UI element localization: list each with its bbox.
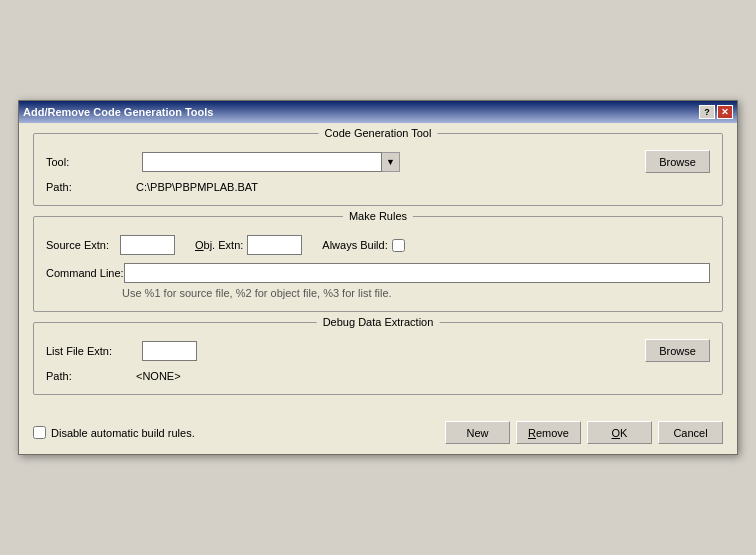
help-button[interactable]: ? [699, 105, 715, 119]
source-group: Source Extn: PBP [46, 235, 175, 255]
new-button[interactable]: New [445, 421, 510, 444]
source-obj-row: Source Extn: PBP Obj. Extn: COF Always B… [46, 235, 710, 255]
main-dialog: Add/Remove Code Generation Tools ? ✕ Cod… [18, 100, 738, 455]
debug-path-value: <NONE> [136, 370, 181, 382]
title-bar-buttons: ? ✕ [699, 105, 733, 119]
code-gen-browse-button[interactable]: Browse [645, 150, 710, 173]
path-value: C:\PBP\PBPMPLAB.BAT [136, 181, 258, 193]
cmd-line-row: Command Line: %1 -ampasmwin -oq -k# [46, 263, 710, 283]
cmd-line-input[interactable]: %1 -ampasmwin -oq -k# [124, 263, 710, 283]
debug-data-section: Debug Data Extraction List File Extn: LS… [33, 322, 723, 395]
title-bar: Add/Remove Code Generation Tools ? ✕ [19, 101, 737, 123]
tool-label: Tool: [46, 156, 136, 168]
dialog-body: Code Generation Tool Tool: PBPMPLAB ▼ Br… [19, 123, 737, 415]
list-file-input[interactable]: LST [142, 341, 197, 361]
obj-extn-label: Obj. Extn: [195, 239, 243, 251]
hint-text: Use %1 for source file, %2 for object fi… [122, 287, 710, 299]
always-build-group: Always Build: [322, 239, 404, 252]
make-rules-title: Make Rules [343, 210, 413, 222]
source-extn-input[interactable]: PBP [120, 235, 175, 255]
close-button[interactable]: ✕ [717, 105, 733, 119]
obj-group: Obj. Extn: COF [195, 235, 302, 255]
make-rules-section: Make Rules Source Extn: PBP Obj. Extn: C… [33, 216, 723, 312]
bottom-row: Disable automatic build rules. New Remov… [19, 415, 737, 454]
tool-select-wrapper: PBPMPLAB ▼ [142, 152, 400, 172]
remove-button[interactable]: Remove [516, 421, 581, 444]
debug-path-row: Path: <NONE> [46, 370, 710, 382]
debug-browse-button[interactable]: Browse [645, 339, 710, 362]
source-extn-label: Source Extn: [46, 239, 116, 251]
code-gen-tool-title: Code Generation Tool [319, 127, 438, 139]
code-gen-tool-section: Code Generation Tool Tool: PBPMPLAB ▼ Br… [33, 133, 723, 206]
cmd-line-label: Command Line: [46, 267, 124, 279]
list-file-label: List File Extn: [46, 345, 136, 357]
buttons-row: New Remove OK Cancel [445, 421, 723, 444]
debug-path-label: Path: [46, 370, 136, 382]
debug-data-title: Debug Data Extraction [317, 316, 440, 328]
disable-row: Disable automatic build rules. [33, 426, 195, 439]
path-row: Path: C:\PBP\PBPMPLAB.BAT [46, 181, 710, 193]
always-build-checkbox[interactable] [392, 239, 405, 252]
cancel-button[interactable]: Cancel [658, 421, 723, 444]
obj-extn-input[interactable]: COF [247, 235, 302, 255]
disable-label: Disable automatic build rules. [51, 427, 195, 439]
path-label: Path: [46, 181, 136, 193]
tool-select[interactable]: PBPMPLAB [142, 152, 382, 172]
ok-button[interactable]: OK [587, 421, 652, 444]
dialog-title: Add/Remove Code Generation Tools [23, 106, 214, 118]
disable-checkbox[interactable] [33, 426, 46, 439]
always-build-label: Always Build: [322, 239, 387, 251]
dropdown-arrow-icon[interactable]: ▼ [382, 152, 400, 172]
